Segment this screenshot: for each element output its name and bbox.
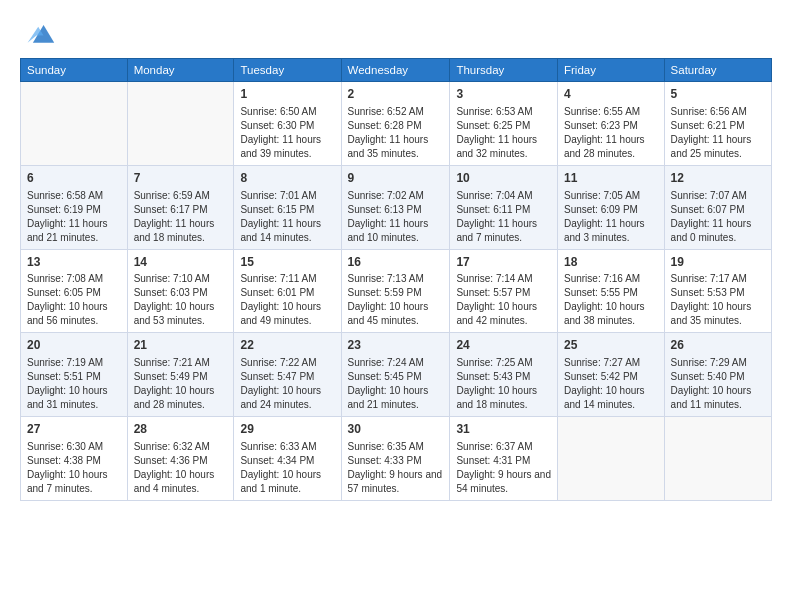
calendar-cell: 12Sunrise: 7:07 AM Sunset: 6:07 PM Dayli… [664, 165, 771, 249]
header [20, 16, 772, 48]
calendar-cell: 11Sunrise: 7:05 AM Sunset: 6:09 PM Dayli… [557, 165, 664, 249]
day-number: 6 [27, 170, 121, 187]
day-number: 29 [240, 421, 334, 438]
calendar-cell: 20Sunrise: 7:19 AM Sunset: 5:51 PM Dayli… [21, 333, 128, 417]
calendar-cell: 16Sunrise: 7:13 AM Sunset: 5:59 PM Dayli… [341, 249, 450, 333]
cell-content: Sunrise: 6:56 AM Sunset: 6:21 PM Dayligh… [671, 105, 765, 161]
cell-content: Sunrise: 7:04 AM Sunset: 6:11 PM Dayligh… [456, 189, 551, 245]
calendar-cell: 19Sunrise: 7:17 AM Sunset: 5:53 PM Dayli… [664, 249, 771, 333]
cell-content: Sunrise: 7:24 AM Sunset: 5:45 PM Dayligh… [348, 356, 444, 412]
day-number: 7 [134, 170, 228, 187]
day-number: 26 [671, 337, 765, 354]
cell-content: Sunrise: 7:02 AM Sunset: 6:13 PM Dayligh… [348, 189, 444, 245]
column-header-friday: Friday [557, 59, 664, 82]
calendar-cell: 30Sunrise: 6:35 AM Sunset: 4:33 PM Dayli… [341, 417, 450, 501]
column-header-wednesday: Wednesday [341, 59, 450, 82]
calendar-cell: 31Sunrise: 6:37 AM Sunset: 4:31 PM Dayli… [450, 417, 558, 501]
day-number: 25 [564, 337, 658, 354]
day-number: 17 [456, 254, 551, 271]
calendar-cell: 5Sunrise: 6:56 AM Sunset: 6:21 PM Daylig… [664, 82, 771, 166]
day-number: 1 [240, 86, 334, 103]
calendar-cell: 1Sunrise: 6:50 AM Sunset: 6:30 PM Daylig… [234, 82, 341, 166]
cell-content: Sunrise: 6:59 AM Sunset: 6:17 PM Dayligh… [134, 189, 228, 245]
day-number: 24 [456, 337, 551, 354]
calendar-cell [557, 417, 664, 501]
calendar-cell: 27Sunrise: 6:30 AM Sunset: 4:38 PM Dayli… [21, 417, 128, 501]
logo [20, 16, 56, 48]
calendar-table: SundayMondayTuesdayWednesdayThursdayFrid… [20, 58, 772, 501]
cell-content: Sunrise: 6:37 AM Sunset: 4:31 PM Dayligh… [456, 440, 551, 496]
cell-content: Sunrise: 7:08 AM Sunset: 6:05 PM Dayligh… [27, 272, 121, 328]
cell-content: Sunrise: 6:55 AM Sunset: 6:23 PM Dayligh… [564, 105, 658, 161]
calendar-cell: 22Sunrise: 7:22 AM Sunset: 5:47 PM Dayli… [234, 333, 341, 417]
cell-content: Sunrise: 7:17 AM Sunset: 5:53 PM Dayligh… [671, 272, 765, 328]
calendar-cell: 17Sunrise: 7:14 AM Sunset: 5:57 PM Dayli… [450, 249, 558, 333]
day-number: 19 [671, 254, 765, 271]
cell-content: Sunrise: 6:50 AM Sunset: 6:30 PM Dayligh… [240, 105, 334, 161]
column-header-thursday: Thursday [450, 59, 558, 82]
cell-content: Sunrise: 7:25 AM Sunset: 5:43 PM Dayligh… [456, 356, 551, 412]
column-header-sunday: Sunday [21, 59, 128, 82]
calendar-cell [127, 82, 234, 166]
day-number: 21 [134, 337, 228, 354]
calendar-cell: 15Sunrise: 7:11 AM Sunset: 6:01 PM Dayli… [234, 249, 341, 333]
cell-content: Sunrise: 7:13 AM Sunset: 5:59 PM Dayligh… [348, 272, 444, 328]
cell-content: Sunrise: 6:30 AM Sunset: 4:38 PM Dayligh… [27, 440, 121, 496]
cell-content: Sunrise: 7:22 AM Sunset: 5:47 PM Dayligh… [240, 356, 334, 412]
cell-content: Sunrise: 6:53 AM Sunset: 6:25 PM Dayligh… [456, 105, 551, 161]
page: SundayMondayTuesdayWednesdayThursdayFrid… [0, 0, 792, 612]
cell-content: Sunrise: 7:05 AM Sunset: 6:09 PM Dayligh… [564, 189, 658, 245]
cell-content: Sunrise: 7:10 AM Sunset: 6:03 PM Dayligh… [134, 272, 228, 328]
column-header-saturday: Saturday [664, 59, 771, 82]
calendar-cell: 25Sunrise: 7:27 AM Sunset: 5:42 PM Dayli… [557, 333, 664, 417]
calendar-cell [664, 417, 771, 501]
day-number: 10 [456, 170, 551, 187]
cell-content: Sunrise: 6:32 AM Sunset: 4:36 PM Dayligh… [134, 440, 228, 496]
calendar-cell: 8Sunrise: 7:01 AM Sunset: 6:15 PM Daylig… [234, 165, 341, 249]
cell-content: Sunrise: 6:33 AM Sunset: 4:34 PM Dayligh… [240, 440, 334, 496]
day-number: 12 [671, 170, 765, 187]
day-number: 22 [240, 337, 334, 354]
day-number: 30 [348, 421, 444, 438]
calendar-cell: 14Sunrise: 7:10 AM Sunset: 6:03 PM Dayli… [127, 249, 234, 333]
cell-content: Sunrise: 7:27 AM Sunset: 5:42 PM Dayligh… [564, 356, 658, 412]
calendar-cell: 3Sunrise: 6:53 AM Sunset: 6:25 PM Daylig… [450, 82, 558, 166]
day-number: 8 [240, 170, 334, 187]
cell-content: Sunrise: 7:21 AM Sunset: 5:49 PM Dayligh… [134, 356, 228, 412]
calendar-cell: 6Sunrise: 6:58 AM Sunset: 6:19 PM Daylig… [21, 165, 128, 249]
calendar-cell: 7Sunrise: 6:59 AM Sunset: 6:17 PM Daylig… [127, 165, 234, 249]
calendar-cell: 13Sunrise: 7:08 AM Sunset: 6:05 PM Dayli… [21, 249, 128, 333]
day-number: 27 [27, 421, 121, 438]
column-header-monday: Monday [127, 59, 234, 82]
calendar-cell [21, 82, 128, 166]
calendar-cell: 23Sunrise: 7:24 AM Sunset: 5:45 PM Dayli… [341, 333, 450, 417]
calendar-cell: 29Sunrise: 6:33 AM Sunset: 4:34 PM Dayli… [234, 417, 341, 501]
calendar-cell: 10Sunrise: 7:04 AM Sunset: 6:11 PM Dayli… [450, 165, 558, 249]
day-number: 18 [564, 254, 658, 271]
day-number: 4 [564, 86, 658, 103]
day-number: 31 [456, 421, 551, 438]
day-number: 5 [671, 86, 765, 103]
calendar-cell: 2Sunrise: 6:52 AM Sunset: 6:28 PM Daylig… [341, 82, 450, 166]
calendar-cell: 24Sunrise: 7:25 AM Sunset: 5:43 PM Dayli… [450, 333, 558, 417]
day-number: 16 [348, 254, 444, 271]
cell-content: Sunrise: 6:58 AM Sunset: 6:19 PM Dayligh… [27, 189, 121, 245]
day-number: 11 [564, 170, 658, 187]
cell-content: Sunrise: 7:01 AM Sunset: 6:15 PM Dayligh… [240, 189, 334, 245]
calendar-cell: 28Sunrise: 6:32 AM Sunset: 4:36 PM Dayli… [127, 417, 234, 501]
day-number: 14 [134, 254, 228, 271]
cell-content: Sunrise: 7:07 AM Sunset: 6:07 PM Dayligh… [671, 189, 765, 245]
calendar-cell: 18Sunrise: 7:16 AM Sunset: 5:55 PM Dayli… [557, 249, 664, 333]
column-header-tuesday: Tuesday [234, 59, 341, 82]
cell-content: Sunrise: 6:35 AM Sunset: 4:33 PM Dayligh… [348, 440, 444, 496]
day-number: 23 [348, 337, 444, 354]
calendar-cell: 4Sunrise: 6:55 AM Sunset: 6:23 PM Daylig… [557, 82, 664, 166]
day-number: 15 [240, 254, 334, 271]
cell-content: Sunrise: 6:52 AM Sunset: 6:28 PM Dayligh… [348, 105, 444, 161]
cell-content: Sunrise: 7:11 AM Sunset: 6:01 PM Dayligh… [240, 272, 334, 328]
logo-icon [24, 16, 56, 48]
day-number: 9 [348, 170, 444, 187]
calendar-cell: 26Sunrise: 7:29 AM Sunset: 5:40 PM Dayli… [664, 333, 771, 417]
day-number: 3 [456, 86, 551, 103]
cell-content: Sunrise: 7:16 AM Sunset: 5:55 PM Dayligh… [564, 272, 658, 328]
